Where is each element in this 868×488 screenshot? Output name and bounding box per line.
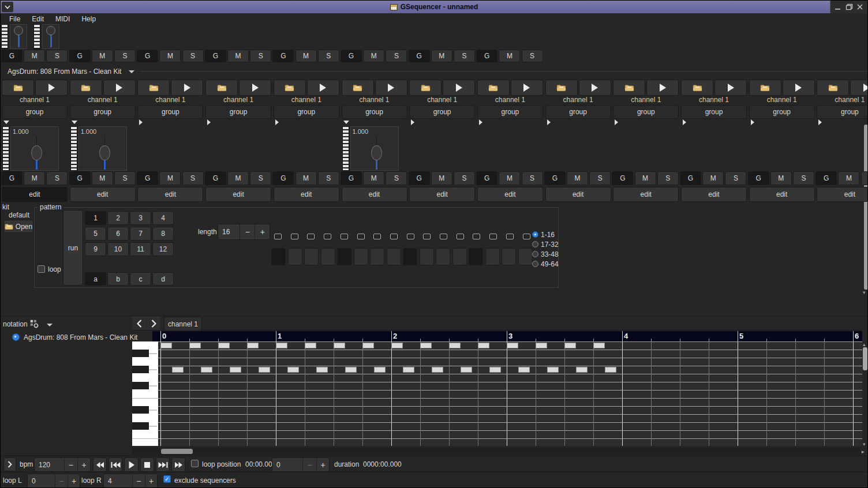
skip-start-icon	[111, 461, 121, 468]
duration-label: duration	[334, 460, 359, 468]
note[interactable]	[489, 367, 501, 373]
notation-vertical-scrollbar[interactable]	[863, 347, 867, 370]
previous-button[interactable]	[108, 457, 122, 472]
forward-icon	[174, 461, 183, 468]
white-key-divider	[132, 398, 158, 399]
ruler-major-tick	[507, 331, 507, 341]
backward-button[interactable]	[93, 457, 107, 472]
note[interactable]	[432, 367, 443, 373]
note[interactable]	[230, 367, 241, 373]
stop-button[interactable]	[140, 457, 154, 472]
next-button[interactable]	[156, 457, 170, 472]
position-spinbox: 0 − +	[272, 457, 330, 472]
scroll-down-icon[interactable]: ▾	[863, 440, 866, 448]
ruler-major-tick	[276, 331, 276, 341]
note[interactable]	[449, 343, 461, 348]
tab-label: channel 1	[168, 320, 198, 328]
note[interactable]	[420, 343, 432, 348]
notation-source-radio[interactable]	[12, 333, 20, 341]
note[interactable]	[536, 343, 547, 348]
note[interactable]	[345, 367, 357, 373]
tab-channel-1[interactable]: channel 1	[164, 317, 202, 331]
note[interactable]	[276, 343, 287, 348]
bpm-value[interactable]: 120	[35, 458, 64, 471]
loop-right-decrement-button[interactable]: −	[132, 474, 145, 487]
ruler-number: 3	[508, 332, 512, 340]
notation-machine-dropdown[interactable]	[47, 324, 53, 326]
loop-left-decrement-button[interactable]: −	[55, 474, 68, 487]
note[interactable]	[362, 343, 374, 348]
note[interactable]	[507, 343, 518, 348]
notation-horizontal-scrollbar[interactable]	[132, 448, 860, 455]
note[interactable]	[218, 343, 230, 348]
bpm-increment-button[interactable]: +	[77, 458, 90, 471]
skip-end-icon	[158, 461, 168, 468]
black-key	[132, 422, 149, 430]
note[interactable]	[305, 343, 316, 348]
tab-prev-button[interactable]	[132, 317, 146, 331]
notation-panel-label: notation	[3, 320, 28, 328]
ruler-number: 4	[624, 332, 628, 340]
stop-icon	[144, 461, 151, 468]
loop-left-increment-button[interactable]: +	[68, 474, 80, 487]
chevron-right-icon	[151, 320, 156, 328]
black-key	[132, 382, 149, 389]
scroll-right-icon[interactable]: ▸	[862, 448, 865, 456]
bpm-decrement-button[interactable]: −	[64, 458, 78, 471]
note[interactable]	[172, 367, 184, 373]
notation-grid[interactable]	[158, 341, 862, 446]
key-groove	[149, 353, 157, 354]
loop-right-increment-button[interactable]: +	[145, 474, 157, 487]
machine-selector-icon[interactable]	[29, 319, 39, 329]
transport-expander-button[interactable]	[3, 457, 16, 471]
position-label: position	[217, 460, 241, 468]
note[interactable]	[259, 367, 270, 373]
note[interactable]	[576, 367, 588, 373]
transport-loop-label: loop	[202, 460, 215, 468]
note[interactable]	[593, 343, 605, 348]
note[interactable]	[478, 343, 489, 348]
note[interactable]	[189, 343, 201, 348]
ruler-major-tick	[853, 331, 854, 341]
exclude-sequencers-label: exclude sequencers	[174, 476, 236, 485]
note[interactable]	[201, 367, 212, 373]
ruler-number: 2	[393, 332, 397, 340]
note[interactable]	[403, 367, 414, 373]
loop-left-value[interactable]: 0	[28, 474, 55, 487]
ruler-major-tick	[391, 331, 392, 341]
ruler-number: 5	[739, 332, 743, 340]
note[interactable]	[287, 367, 299, 373]
note[interactable]	[605, 367, 616, 373]
key-groove	[149, 385, 157, 386]
play-icon	[128, 461, 135, 469]
note[interactable]	[564, 343, 576, 348]
note[interactable]	[374, 367, 386, 373]
note[interactable]	[518, 367, 530, 373]
transport-bar: bpm 120 − + loop position 00:00.000 0	[1, 456, 868, 472]
play-button[interactable]	[124, 457, 139, 472]
position-decrement-button[interactable]: −	[302, 458, 316, 471]
loop-right-value[interactable]: 4	[104, 474, 132, 487]
key-groove	[149, 369, 157, 370]
note[interactable]	[160, 343, 172, 348]
note[interactable]	[247, 343, 259, 348]
key-groove	[149, 410, 157, 411]
black-key	[132, 366, 149, 373]
notation-pane: notation AgsDrum: 808 From Mars - Clean …	[1, 1, 867, 487]
chevron-right-icon	[8, 461, 12, 468]
key-groove	[149, 426, 157, 427]
note[interactable]	[316, 367, 328, 373]
hscroll-thumb[interactable]	[161, 449, 193, 454]
note[interactable]	[391, 343, 403, 348]
position-increment-button[interactable]: +	[316, 458, 329, 471]
transport-loop-checkbox[interactable]	[191, 460, 199, 467]
tab-next-button[interactable]	[147, 317, 160, 331]
position-value[interactable]: 0	[272, 458, 302, 471]
ruler-major-tick	[738, 331, 738, 341]
note[interactable]	[461, 367, 472, 373]
note[interactable]	[334, 343, 345, 348]
forward-button[interactable]	[171, 457, 185, 472]
loop-right-label: loop R	[81, 476, 102, 485]
note[interactable]	[547, 367, 559, 373]
exclude-sequencers-checkbox[interactable]: ✓	[163, 475, 171, 483]
